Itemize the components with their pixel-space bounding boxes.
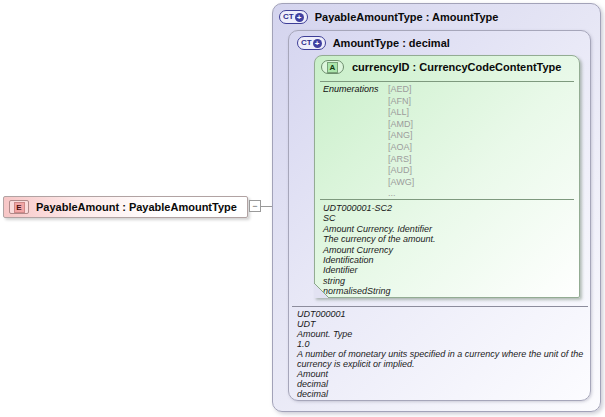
currency-id-title: currencyID : CurrencyCodeContentType bbox=[352, 61, 561, 73]
attribute-annotation-divider bbox=[320, 199, 574, 200]
payable-amount-type-title: PayableAmountType : AmountType bbox=[315, 11, 499, 23]
annotation-line: Amount bbox=[297, 369, 589, 379]
folded-corner-icon bbox=[314, 283, 329, 298]
element-box-payable-amount[interactable]: E PayableAmount : PayableAmountType bbox=[3, 196, 248, 218]
complex-type-box-payable-amount-type[interactable]: CT + PayableAmountType : AmountType CT +… bbox=[272, 3, 601, 412]
annotation-line: SC bbox=[323, 213, 573, 223]
enum-value: [AED] bbox=[388, 84, 414, 96]
complex-type-icon: CT + bbox=[297, 36, 326, 50]
complex-type-icon-letters: CT bbox=[283, 13, 294, 21]
enum-value: [AOA] bbox=[388, 142, 414, 154]
annotation-line: Amount Currency bbox=[323, 245, 573, 255]
complex-type-icon: CT + bbox=[279, 10, 308, 24]
annotation-line: UDT000001-SC2 bbox=[323, 203, 573, 213]
annotation-line: UDT000001 bbox=[297, 309, 589, 319]
collapse-toggle[interactable]: − bbox=[249, 200, 261, 212]
annotation-line: The currency of the amount. bbox=[323, 234, 573, 244]
schema-diagram: E PayableAmount : PayableAmountType − CT… bbox=[0, 0, 605, 417]
enum-value: [ANG] bbox=[388, 130, 414, 142]
enum-value: [AUD] bbox=[388, 165, 414, 177]
plus-icon: + bbox=[295, 13, 304, 22]
annotation-line: UDT bbox=[297, 319, 589, 329]
annotation-line: decimal bbox=[297, 389, 589, 399]
currency-id-annotation: UDT000001-SC2 SC Amount Currency. Identi… bbox=[323, 203, 573, 297]
complex-type-box-amount-type[interactable]: CT + AmountType : decimal A currencyID :… bbox=[288, 30, 591, 401]
enum-value: [ARS] bbox=[388, 154, 414, 166]
currency-id-header[interactable]: A currencyID : CurrencyCodeContentType bbox=[321, 60, 561, 74]
attribute-box-currency-id[interactable]: A currencyID : CurrencyCodeContentType E… bbox=[314, 55, 580, 298]
amount-type-annotation-divider bbox=[292, 306, 588, 307]
amount-type-header[interactable]: CT + AmountType : decimal bbox=[297, 36, 450, 50]
plus-icon: + bbox=[313, 39, 322, 48]
annotation-line: Amount Currency. Identifier bbox=[323, 224, 573, 234]
annotation-line: decimal bbox=[297, 379, 589, 389]
amount-type-title: AmountType : decimal bbox=[333, 37, 450, 49]
enumerations-label: Enumerations bbox=[323, 84, 379, 94]
enum-value: [AMD] bbox=[388, 119, 414, 131]
enum-value: [AWG] bbox=[388, 177, 414, 189]
annotation-line: Amount. Type bbox=[297, 329, 589, 339]
attribute-icon-letter: A bbox=[327, 62, 338, 73]
complex-type-icon-letters: CT bbox=[301, 39, 312, 47]
attribute-header-divider bbox=[320, 81, 574, 82]
enum-value: [AFN] bbox=[388, 96, 414, 108]
annotation-line: 1.0 bbox=[297, 339, 589, 349]
annotation-line: string bbox=[323, 276, 573, 286]
attribute-icon: A bbox=[321, 60, 344, 74]
annotation-line: A number of monetary units specified in … bbox=[297, 349, 589, 369]
element-icon-letter: E bbox=[14, 202, 25, 213]
element-box-label: PayableAmount : PayableAmountType bbox=[36, 201, 237, 213]
enumerations-list: [AED] [AFN] [ALL] [AMD] [ANG] [AOA] [ARS… bbox=[388, 84, 414, 200]
annotation-line: Identification bbox=[323, 255, 573, 265]
enum-value: [ALL] bbox=[388, 107, 414, 119]
amount-type-annotation: UDT000001 UDT Amount. Type 1.0 A number … bbox=[297, 309, 589, 399]
element-icon: E bbox=[9, 200, 29, 214]
connector-line bbox=[261, 206, 272, 207]
annotation-line: normalisedString bbox=[323, 286, 573, 296]
annotation-line: Identifier bbox=[323, 265, 573, 275]
payable-amount-type-header[interactable]: CT + PayableAmountType : AmountType bbox=[279, 10, 498, 24]
